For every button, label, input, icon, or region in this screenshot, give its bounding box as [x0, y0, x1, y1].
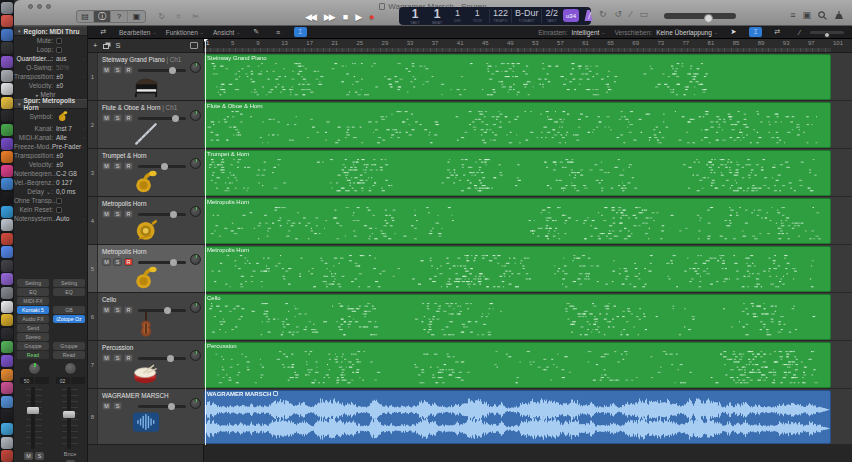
pencil-tool-icon[interactable]: ✎	[250, 27, 263, 37]
dock-app-icon[interactable]	[1, 206, 13, 218]
stop-button[interactable]: ■	[343, 12, 346, 22]
dock-app-icon[interactable]	[1, 328, 13, 340]
track-header-1[interactable]: 1Steinway Grand Piano | Ch1MSR	[88, 53, 204, 101]
lcd-timesig[interactable]: 2/2Takt	[542, 7, 561, 25]
slider-knob[interactable]	[170, 259, 177, 266]
strip-slot-button[interactable]: Setting	[17, 279, 49, 287]
track-pan-knob[interactable]	[190, 110, 201, 121]
arrange-row[interactable]: Trumpet & Horn	[204, 149, 852, 197]
global-solo-button[interactable]: S	[115, 41, 120, 50]
dock-app-icon[interactable]	[1, 42, 13, 54]
strip-slot-button[interactable]: Read	[17, 351, 49, 359]
dock-app-icon[interactable]	[1, 29, 13, 41]
smart-controls-button[interactable]: ↻	[153, 10, 170, 23]
master-volume-slider[interactable]	[664, 13, 736, 19]
midi-region[interactable]: Trumpet & Horn	[204, 150, 831, 196]
count-in-icon[interactable]: ▭	[640, 9, 649, 19]
strip-solo-button[interactable]: S	[35, 452, 44, 460]
dock-app-icon[interactable]	[1, 83, 13, 95]
dock-app-icon[interactable]	[1, 2, 13, 14]
flex-button[interactable]: ✂	[187, 10, 204, 23]
dock-app-icon[interactable]	[1, 219, 13, 231]
macos-dock[interactable]	[0, 0, 14, 462]
list-editors-icon[interactable]: ≡	[790, 10, 795, 20]
solo-mode-icon[interactable]: ⁄	[630, 9, 632, 19]
track-param-checkbox[interactable]	[56, 198, 62, 204]
strip-slot-button[interactable]: GB	[53, 306, 85, 314]
solo-button[interactable]: S	[113, 162, 122, 170]
midi-region[interactable]: Flute & Oboe & Horn	[204, 102, 831, 148]
strip-slot-button[interactable]: MIDI-FX	[17, 297, 49, 305]
midi-region[interactable]: Metropolis Horn	[204, 246, 831, 292]
dock-app-icon[interactable]	[1, 396, 13, 408]
region-param-value[interactable]: aus	[56, 55, 66, 62]
region-param-value[interactable]: ±0	[56, 82, 63, 89]
mute-button[interactable]: M	[102, 162, 111, 170]
dock-app-icon[interactable]	[1, 70, 13, 82]
dock-app-icon[interactable]	[1, 382, 13, 394]
dock-app-icon[interactable]	[1, 246, 13, 258]
dock-app-icon[interactable]	[1, 287, 13, 299]
track-param-value[interactable]: ±0	[56, 161, 63, 168]
catch-playhead-icon[interactable]: ⇄	[771, 27, 784, 37]
track-name[interactable]: WAGRAMER MARSCH	[102, 392, 169, 399]
stepper-icon[interactable]: ⌵	[81, 143, 85, 150]
track-name[interactable]: Cello	[102, 296, 116, 303]
track-param-value[interactable]: C-2 G8	[56, 170, 77, 177]
toolbar-icon[interactable]: ▣	[802, 10, 811, 20]
solo-button[interactable]: S	[113, 354, 122, 362]
stepper-icon[interactable]: ⌵	[81, 134, 85, 141]
slider-knob[interactable]	[172, 115, 179, 122]
fader-cap[interactable]	[63, 411, 75, 418]
track-pan-knob[interactable]	[190, 158, 201, 169]
dock-app-icon[interactable]	[1, 260, 13, 272]
dock-app-icon[interactable]	[1, 151, 13, 163]
bar-ruler[interactable]: 1591317212529333741454953576165697377818…	[204, 39, 852, 53]
midi-region[interactable]: Metropolis Horn	[204, 198, 831, 244]
zoom-slider[interactable]	[810, 31, 844, 34]
track-header-options-icon[interactable]	[190, 42, 198, 49]
menu-view[interactable]: Ansicht⌄	[213, 29, 241, 36]
dock-app-icon[interactable]	[1, 124, 13, 136]
track-pan-knob[interactable]	[190, 398, 201, 409]
solo-button[interactable]: S	[113, 258, 122, 266]
dock-app-icon[interactable]	[1, 178, 13, 190]
slider-knob[interactable]	[167, 355, 174, 362]
cycle-icon[interactable]: ↻	[599, 9, 607, 19]
track-header-8[interactable]: 8WAGRAMER MARSCHMS	[88, 389, 204, 445]
dock-app-icon[interactable]	[1, 450, 13, 462]
track-header-7[interactable]: 7PercussionMSR	[88, 341, 204, 389]
arrange-row[interactable]: Cello	[204, 293, 852, 341]
solo-button[interactable]: S	[113, 306, 122, 314]
track-param-value[interactable]: 0,0 ms	[56, 188, 76, 195]
search-icon[interactable]	[818, 11, 827, 20]
arrange-row[interactable]: Flute & Oboe & Horn	[204, 101, 852, 149]
track-param-value[interactable]: 0 127	[56, 179, 72, 186]
stepper-icon[interactable]: ⌵	[81, 215, 85, 222]
mute-button[interactable]: M	[102, 306, 111, 314]
track-name[interactable]: Flute & Oboe & Horn | Ch1	[102, 104, 177, 111]
mute-button[interactable]: M	[102, 210, 111, 218]
solo-button[interactable]: S	[113, 210, 122, 218]
strip-slot-button[interactable]: Read	[53, 351, 85, 359]
strip-slot-button[interactable]: iZotope Oz	[53, 315, 85, 323]
share-icon[interactable]	[834, 11, 844, 20]
track-param-value[interactable]: Pre-Fader	[52, 143, 81, 150]
track-name[interactable]: Steinway Grand Piano | Ch1	[102, 56, 181, 63]
midi-region[interactable]: Cello	[204, 294, 831, 340]
forward-button[interactable]: ▶▶	[324, 12, 334, 22]
strip-slot-button[interactable]: EQ	[17, 288, 49, 296]
lcd-key[interactable]: B-DurTonart	[512, 7, 542, 25]
stepper-icon[interactable]: ⌵	[81, 125, 85, 132]
solo-button[interactable]: S	[113, 114, 122, 122]
solo-button[interactable]: S	[113, 66, 122, 74]
stepper-icon[interactable]: ⌵	[81, 55, 85, 62]
dock-app-icon[interactable]	[1, 15, 13, 27]
inspector-button[interactable]: ⓘ	[94, 11, 111, 22]
dock-app-icon[interactable]	[1, 273, 13, 285]
pan-value[interactable]	[71, 377, 85, 384]
track-param-value[interactable]: Alle	[56, 134, 67, 141]
playhead[interactable]	[205, 39, 206, 445]
strip-slot-button[interactable]: Kontakt 5	[17, 306, 49, 314]
channel-fader[interactable]	[62, 387, 78, 449]
